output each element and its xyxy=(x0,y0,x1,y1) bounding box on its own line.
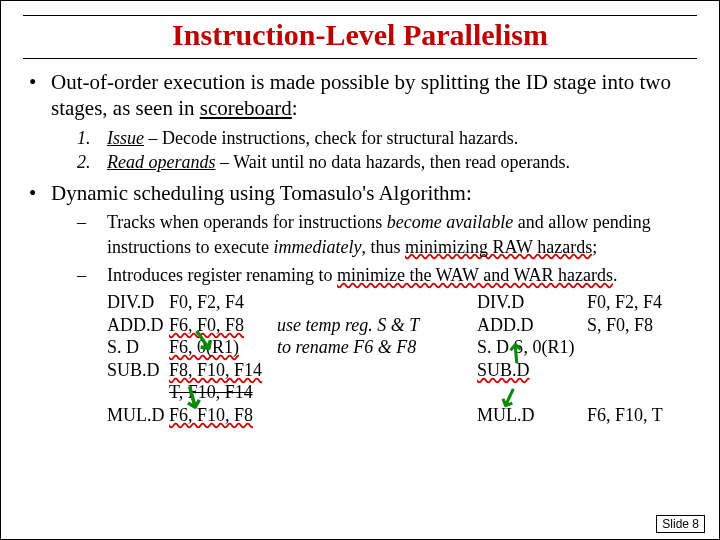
bullet-dot: • xyxy=(29,69,51,95)
dash-2: – Introduces register renaming to minimi… xyxy=(77,263,697,287)
code-row: DIV.DF0, F2, F4 DIV.D F0, F2, F4 xyxy=(107,291,697,314)
bullet-dot: • xyxy=(29,180,51,206)
arrow-icon: ↘ xyxy=(190,329,217,348)
arrow-icon: ↘ xyxy=(500,385,520,410)
dash-list: – Tracks when operands for instructions … xyxy=(29,210,697,287)
code-example: ↘ ↘ ↗ ↘ DIV.DF0, F2, F4 DIV.D F0, F2, F4… xyxy=(29,291,697,426)
bullet-1-text: Out-of-order execution is made possible … xyxy=(51,69,697,122)
numbered-steps: 1. Issue – Decode instructions, check fo… xyxy=(29,126,697,175)
bullet-1: • Out-of-order execution is made possibl… xyxy=(29,69,697,174)
bullet-2-text: Dynamic scheduling using Tomasulo's Algo… xyxy=(51,180,697,206)
slide-title: Instruction-Level Parallelism xyxy=(23,18,697,52)
bullet-2: • Dynamic scheduling using Tomasulo's Al… xyxy=(29,180,697,426)
step-2: 2. Read operands – Wait until no data ha… xyxy=(77,150,697,174)
title-bar: Instruction-Level Parallelism xyxy=(23,15,697,59)
step-1: 1. Issue – Decode instructions, check fo… xyxy=(77,126,697,150)
slide-number-tag: Slide 8 xyxy=(656,515,705,533)
dash-1: – Tracks when operands for instructions … xyxy=(77,210,697,259)
main-list: • Out-of-order execution is made possibl… xyxy=(23,69,697,426)
